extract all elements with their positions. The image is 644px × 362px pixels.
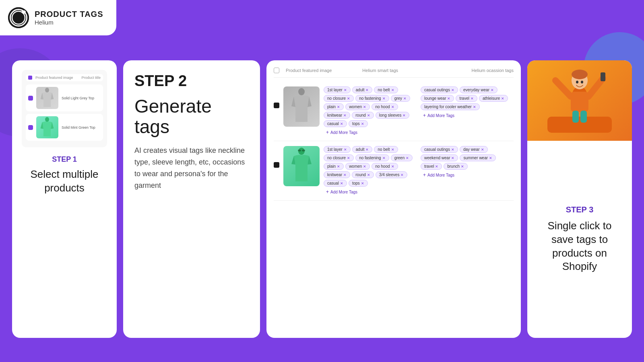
occasion-tags-2: casual outings ✕ day wear ✕ weekend wear… [421,146,514,195]
preview-header: Product featured image Product title [26,74,103,81]
svg-point-8 [298,149,301,151]
occ-everyday-1: everyday wear ✕ [460,86,497,93]
tag-green-2: green ✕ [391,154,413,161]
preview-header-dot [28,76,32,80]
occ-brunch-2: brunch ✕ [444,163,468,170]
product-checkbox-2[interactable] [28,125,33,130]
occasion-tags-wrap-2: casual outings ✕ day wear ✕ weekend wear… [421,146,514,170]
occ-travel-1: travel ✕ [456,95,477,102]
tag-round-1: round ✕ [352,112,374,119]
svg-line-3 [19,11,23,12]
tag-noclosure-1: no closure ✕ [324,95,354,102]
panel-col-occasion: Helium ocassion tags [471,68,514,73]
panel-col-image: Product featured image [286,68,332,73]
occ-layering-1: layering for cooler weather ✕ [421,103,480,110]
header: PRODUCT TAGS Helium [0,0,116,35]
tag-women-2: women ✕ [345,163,370,170]
occ-casual-outings-2: casual outings ✕ [421,146,458,153]
product-image-1 [36,87,58,109]
add-more-tags-occ-2[interactable]: + Add More Tags [421,171,457,179]
panel-product-img-1 [283,86,320,127]
svg-point-2 [22,10,25,14]
tag-tops-1: tops ✕ [349,120,368,127]
header-brand: PRODUCT TAGS Helium [35,10,103,26]
svg-line-16 [588,78,603,97]
svg-point-21 [581,81,583,84]
smart-tags-wrap-1: 1st layer ✕ adult ✕ no belt ✕ no closure… [324,86,417,127]
brand-name: Helium [35,19,103,26]
tag-longsleeves-1: long sleeves ✕ [376,112,410,119]
product-image-2 [36,116,58,138]
tag-nobelt-2: no belt ✕ [374,146,398,153]
step1-card: Product featured image Product title [12,60,117,338]
step3-card: STEP 3 Single click to save tags to prod… [527,60,632,338]
product-name-2: Solid Mint Green Top [62,125,101,130]
occasion-tags-wrap-1: casual outings ✕ everyday wear ✕ lounge … [421,86,514,110]
step2-heading: Generate tags [134,96,249,137]
tag-plain-1: plain ✕ [324,103,344,110]
product-row-2: Solid Mint Green Top [26,114,103,141]
step3-text-area: STEP 3 Single click to save tags to prod… [527,141,632,338]
svg-rect-17 [601,72,605,81]
panel-checkbox-2[interactable] [274,162,279,168]
svg-point-4 [45,88,49,93]
panel-header-checkbox[interactable] [274,68,279,73]
smart-tags-wrap-2: 1st layer ✕ adult ✕ no belt ✕ no closure… [324,146,417,187]
svg-point-5 [45,117,49,122]
svg-rect-10 [547,117,612,133]
occ-lounge-1: lounge wear ✕ [421,95,454,102]
tag-1layer-2: 1st layer ✕ [324,146,351,153]
tags-section-2: 1st layer ✕ adult ✕ no belt ✕ no closure… [324,146,514,195]
panel-col-smart: Helium smart tags [362,68,398,73]
add-more-tags-occ-1[interactable]: + Add More Tags [421,112,457,119]
occ-travel-2: travel ✕ [421,163,442,170]
tag-adult-1: adult ✕ [352,86,373,93]
occ-casual-outings-1: casual outings ✕ [421,86,458,93]
panel-product-img-2 [283,146,320,186]
svg-point-9 [302,149,305,151]
product-tags-title: PRODUCT TAGS [35,10,103,19]
step2-tags-panel: Product featured image Helium smart tags… [266,60,521,338]
occ-weekend-2: weekend wear ✕ [421,154,458,161]
tag-tops-2: tops ✕ [349,180,368,187]
logo-icon [8,7,29,28]
product-list-preview: Product featured image Product title [22,70,107,147]
svg-rect-19 [580,111,587,123]
tag-grey-1: grey ✕ [391,95,410,102]
svg-point-0 [8,7,29,28]
col-title-label: Product title [81,76,101,80]
tag-adult-2: adult ✕ [352,146,373,153]
svg-line-15 [555,80,571,97]
tag-knitwear-2: knitwear ✕ [324,171,350,178]
step1-description: Select multiple products [22,168,107,195]
panel-product-row-2: 1st layer ✕ adult ✕ no belt ✕ no closure… [274,141,514,201]
step2-body: AI creates visual tags like neckline typ… [134,145,249,191]
col-image-label: Product featured image [35,76,78,80]
occ-athleisure-1: athleisure ✕ [479,95,508,102]
tags-section-1: 1st layer ✕ adult ✕ no belt ✕ no closure… [324,86,514,136]
add-more-tags-smart-1[interactable]: + Add More Tags [324,129,360,136]
tag-plain-2: plain ✕ [324,163,344,170]
occasion-tags-1: casual outings ✕ everyday wear ✕ lounge … [421,86,514,136]
step1-label: STEP 1 [52,155,77,164]
panel-product-row-1: 1st layer ✕ adult ✕ no belt ✕ no closure… [274,82,514,141]
tag-nohood-2: no hood ✕ [372,163,398,170]
tag-round-2: round ✕ [352,171,374,178]
add-more-tags-smart-2[interactable]: + Add More Tags [324,188,360,195]
step3-description: Single click to save tags to products on… [535,219,624,274]
product-checkbox-1[interactable] [28,96,33,101]
product-row-1: Solid Light Grey Top [26,84,103,111]
step2-desc-card: STEP 2 Generate tags AI creates visual t… [123,60,260,338]
panel-checkbox-1[interactable] [274,103,279,108]
tag-casual-2: casual ✕ [324,180,347,187]
tag-34sleeves-2: 3/4 sleeves ✕ [376,171,408,178]
main-content: Product featured image Product title [12,60,632,338]
svg-rect-18 [572,111,579,123]
step3-image [527,60,632,141]
smart-tags-2: 1st layer ✕ adult ✕ no belt ✕ no closure… [324,146,417,195]
tag-women-1: women ✕ [345,103,370,110]
tag-noclosure-2: no closure ✕ [324,154,354,161]
tag-nohood-1: no hood ✕ [372,103,398,110]
step3-label: STEP 3 [566,205,594,214]
svg-point-6 [298,88,305,95]
